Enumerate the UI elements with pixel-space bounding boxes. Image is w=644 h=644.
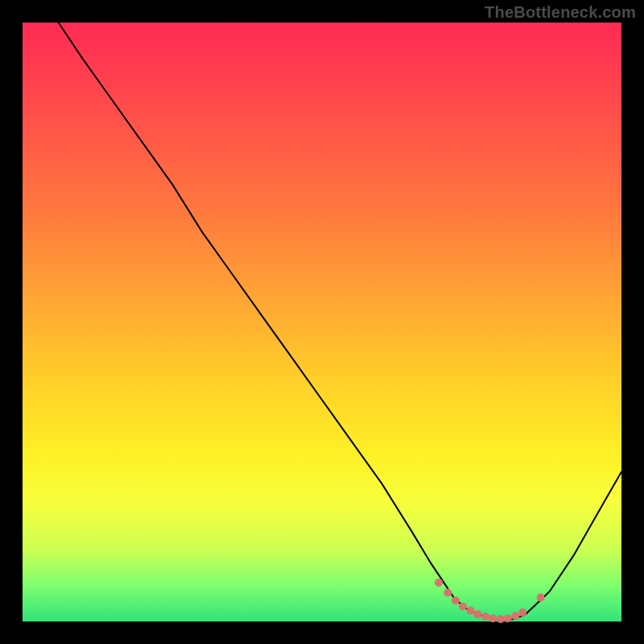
marker-dot bbox=[473, 610, 481, 618]
marker-dot bbox=[497, 615, 505, 623]
marker-dot bbox=[467, 607, 475, 615]
marker-dot bbox=[459, 602, 467, 610]
chart-frame: TheBottleneck.com bbox=[0, 0, 644, 644]
marker-dot bbox=[504, 614, 512, 622]
marker-dot bbox=[452, 597, 460, 605]
marker-dot bbox=[481, 613, 489, 621]
series-curve bbox=[59, 23, 621, 620]
curve-layer bbox=[59, 23, 621, 620]
marker-dot bbox=[518, 609, 526, 617]
chart-svg bbox=[23, 23, 621, 621]
marker-dot bbox=[444, 588, 452, 597]
marker-dot bbox=[435, 579, 443, 587]
watermark-text: TheBottleneck.com bbox=[485, 3, 636, 22]
marker-layer bbox=[435, 579, 544, 623]
plot-area bbox=[23, 23, 621, 621]
marker-dot bbox=[489, 614, 497, 622]
marker-dot bbox=[511, 612, 519, 620]
marker-dot bbox=[537, 593, 545, 601]
